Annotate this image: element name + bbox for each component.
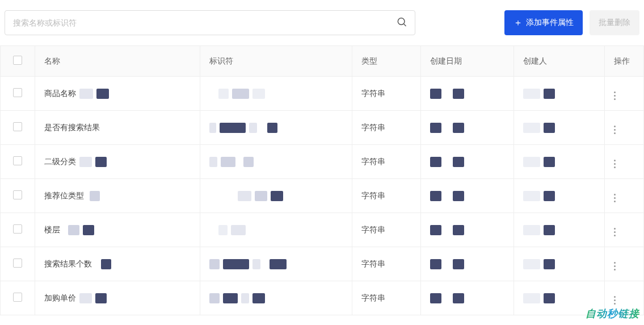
more-icon[interactable] — [614, 158, 616, 169]
redacted-block — [231, 225, 246, 235]
redacted-block — [79, 293, 92, 303]
redacted-block — [83, 225, 94, 235]
redacted-block — [544, 191, 555, 201]
redacted-block — [232, 89, 249, 99]
redacted-block — [453, 293, 464, 303]
redacted-block — [95, 157, 107, 167]
redacted-block — [453, 157, 464, 167]
row-checkbox[interactable] — [13, 259, 22, 268]
header-operation: 操作 — [605, 46, 644, 77]
redacted-block — [218, 225, 228, 235]
redacted-block — [523, 89, 540, 99]
redacted-block — [453, 89, 464, 99]
redacted-block — [544, 89, 555, 99]
redacted-block — [209, 293, 220, 303]
redacted-block — [430, 259, 441, 269]
redacted-block — [430, 157, 441, 167]
redacted-block — [523, 293, 540, 303]
redacted-block — [523, 191, 540, 201]
redacted-block — [544, 259, 555, 269]
row-checkbox[interactable] — [13, 156, 22, 165]
redacted-block — [249, 123, 257, 133]
table-row: 是否有搜索结果 字符串 — [1, 111, 644, 145]
redacted-block — [68, 225, 79, 235]
table-row: 推荐位类型 字符串 — [1, 179, 644, 213]
select-all-checkbox[interactable] — [13, 56, 22, 65]
row-checkbox[interactable] — [13, 293, 22, 302]
redacted-block — [430, 89, 441, 99]
redacted-block — [95, 293, 107, 303]
header-name: 名称 — [35, 46, 200, 77]
redacted-block — [101, 259, 111, 269]
table-header-row: 名称 标识符 类型 创建日期 创建人 操作 — [1, 46, 644, 77]
redacted-block — [243, 157, 254, 167]
search-field-wrap — [5, 10, 415, 35]
more-icon[interactable] — [614, 124, 616, 135]
more-icon[interactable] — [614, 90, 616, 101]
redacted-block — [218, 89, 229, 99]
table-row: 二级分类 字符串 — [1, 145, 644, 179]
redacted-block — [96, 89, 109, 99]
redacted-block — [252, 259, 260, 269]
table-row: 楼层 字符串 — [1, 213, 644, 247]
redacted-block — [430, 123, 441, 133]
redacted-block — [523, 259, 540, 269]
redacted-block — [430, 293, 441, 303]
header-created-date: 创建日期 — [421, 46, 514, 77]
redacted-block — [79, 157, 92, 167]
add-event-property-button[interactable]: ＋ 添加事件属性 — [504, 10, 583, 35]
row-name: 推荐位类型 — [44, 191, 84, 201]
row-name: 二级分类 — [44, 157, 76, 167]
redacted-block — [209, 157, 217, 167]
redacted-block — [453, 123, 464, 133]
bulk-delete-button[interactable]: 批量删除 — [590, 10, 639, 35]
redacted-block — [252, 89, 265, 99]
redacted-block — [238, 191, 251, 201]
more-icon[interactable] — [614, 260, 616, 272]
plus-icon: ＋ — [513, 18, 523, 27]
row-type: 字符串 — [352, 213, 421, 247]
redacted-block — [255, 191, 267, 201]
redacted-block — [544, 157, 555, 167]
more-icon[interactable] — [614, 192, 616, 203]
add-button-label: 添加事件属性 — [526, 18, 574, 28]
redacted-block — [223, 259, 249, 269]
redacted-block — [523, 157, 540, 167]
row-type: 字符串 — [352, 247, 421, 281]
redacted-block — [223, 293, 238, 303]
row-name: 商品名称 — [44, 89, 76, 99]
redacted-block — [79, 89, 93, 99]
more-icon[interactable] — [614, 294, 616, 306]
redacted-block — [523, 123, 540, 133]
row-checkbox[interactable] — [13, 122, 22, 131]
table-row: 搜索结果个数 字符串 — [1, 247, 644, 281]
search-input[interactable] — [5, 10, 415, 35]
header-creator: 创建人 — [514, 46, 605, 77]
redacted-block — [270, 259, 287, 269]
redacted-block — [220, 123, 246, 133]
row-checkbox[interactable] — [13, 224, 22, 234]
more-icon[interactable] — [614, 226, 616, 238]
redacted-block — [241, 293, 249, 303]
header-check — [1, 46, 35, 77]
redacted-block — [430, 191, 441, 201]
redacted-block — [90, 191, 100, 201]
table-body: 商品名称 字符串 — [1, 77, 644, 315]
redacted-block — [221, 157, 235, 167]
redacted-block — [271, 191, 283, 201]
table-row: 加购单价 字符串 — [1, 281, 644, 315]
redacted-block — [544, 225, 555, 235]
header-type: 类型 — [352, 46, 421, 77]
row-checkbox[interactable] — [13, 190, 22, 199]
toolbar: ＋ 添加事件属性 批量删除 — [0, 0, 644, 45]
data-table: 名称 标识符 类型 创建日期 创建人 操作 商品名称 — [0, 45, 644, 315]
row-checkbox[interactable] — [13, 88, 22, 97]
row-type: 字符串 — [352, 77, 421, 111]
redacted-block — [209, 259, 220, 269]
redacted-block — [523, 225, 540, 235]
redacted-block — [453, 225, 464, 235]
redacted-block — [544, 123, 555, 133]
bulk-delete-label: 批量删除 — [599, 18, 630, 28]
row-name: 楼层 — [44, 225, 60, 235]
redacted-block — [453, 259, 464, 269]
